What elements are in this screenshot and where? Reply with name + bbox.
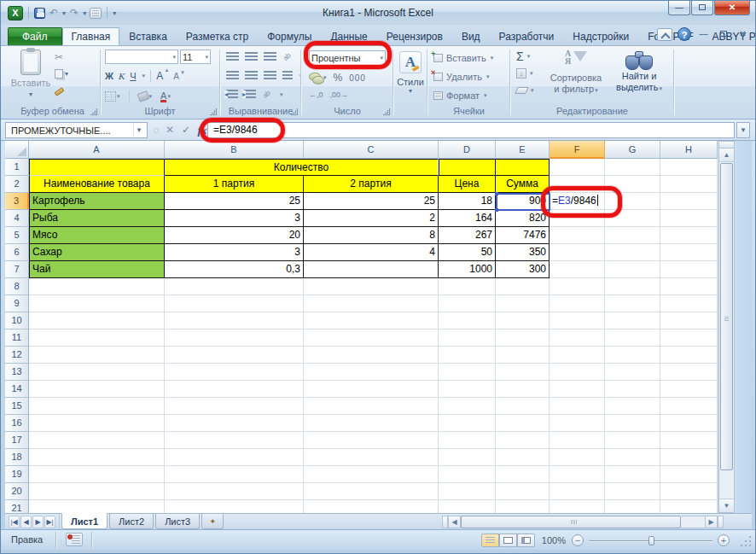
cell-d16[interactable]: [439, 415, 496, 432]
cell-f13[interactable]: [550, 364, 605, 381]
tab-review[interactable]: Рецензиров: [377, 27, 452, 45]
cell-d13[interactable]: [439, 364, 496, 381]
cell-h15[interactable]: [660, 398, 718, 415]
number-format-dropdown-icon[interactable]: ▾: [380, 55, 383, 61]
cell-e10[interactable]: [496, 312, 550, 329]
row-header-7[interactable]: 7: [5, 261, 29, 278]
row-header-2[interactable]: 2: [5, 176, 29, 193]
horizontal-split-handle-right[interactable]: [718, 516, 724, 528]
cell-a17[interactable]: [29, 432, 165, 449]
cell-d8[interactable]: [439, 278, 496, 295]
cell-g21[interactable]: [605, 500, 660, 513]
select-all-corner[interactable]: [5, 141, 29, 159]
cell-b20[interactable]: [165, 483, 304, 500]
cell-h17[interactable]: [660, 432, 718, 449]
cell-f19[interactable]: [550, 466, 605, 483]
cell-a13[interactable]: [29, 364, 165, 381]
cell-d17[interactable]: [439, 432, 496, 449]
dialog-launcher-icon[interactable]: [383, 108, 390, 115]
cell-h19[interactable]: [660, 466, 718, 483]
comma-style-button[interactable]: 000: [349, 73, 366, 83]
cell-c20[interactable]: [304, 483, 439, 500]
cell-b19[interactable]: [165, 466, 304, 483]
cell-d11[interactable]: [439, 329, 496, 347]
column-header-f-selected[interactable]: F: [550, 141, 605, 159]
cell-e21[interactable]: [496, 500, 550, 513]
cell-d5[interactable]: 267: [439, 227, 496, 244]
borders-dropdown-icon[interactable]: ▾: [117, 93, 120, 100]
merge-center-icon[interactable]: [282, 71, 293, 80]
row-header-15[interactable]: 15: [5, 398, 29, 415]
autosum-button[interactable]: Σ▾: [516, 50, 534, 62]
cell-h21[interactable]: [660, 500, 718, 513]
enter-formula-button[interactable]: ✓: [178, 123, 194, 138]
cell-f3-editing[interactable]: =E3/9846: [550, 193, 605, 210]
cell-g16[interactable]: [605, 415, 660, 432]
cell-a15[interactable]: [29, 398, 165, 415]
cell-d21[interactable]: [439, 500, 496, 513]
cell-a18[interactable]: [29, 449, 165, 466]
cell-d10[interactable]: [439, 312, 496, 329]
cell-e13[interactable]: [496, 364, 550, 381]
cell-b4[interactable]: 3: [165, 210, 304, 227]
cell-c17[interactable]: [304, 432, 439, 449]
cell-d9[interactable]: [439, 295, 496, 312]
cell-a1[interactable]: [29, 159, 165, 176]
cell-a2-name-title[interactable]: Наименование товара: [29, 176, 165, 193]
cell-f21[interactable]: [550, 500, 605, 513]
cell-f18[interactable]: [550, 449, 605, 466]
cell-e7[interactable]: 300: [496, 261, 550, 278]
cell-g11[interactable]: [605, 329, 660, 347]
cell-a3[interactable]: Картофель: [29, 193, 165, 210]
cell-c14[interactable]: [304, 381, 439, 398]
workbook-minimize-button[interactable]: —: [696, 28, 711, 41]
orientation-icon[interactable]: [282, 52, 294, 61]
row-header-12[interactable]: 12: [5, 347, 29, 364]
cell-a10[interactable]: [29, 312, 165, 329]
cell-b8[interactable]: [165, 278, 304, 295]
font-size-combo[interactable]: 11▾: [180, 50, 211, 64]
align-center-icon[interactable]: [245, 71, 258, 80]
column-header-e[interactable]: E: [496, 141, 550, 159]
row-header-1[interactable]: 1: [5, 159, 29, 176]
cell-f9[interactable]: [550, 295, 605, 312]
column-header-g[interactable]: G: [605, 141, 660, 159]
align-right-icon[interactable]: [264, 71, 276, 80]
cell-a8[interactable]: [29, 278, 165, 295]
styles-button[interactable]: А Стили ▾: [397, 50, 424, 111]
cell-c11[interactable]: [304, 329, 439, 347]
cell-g17[interactable]: [605, 432, 660, 449]
cell-g6[interactable]: [605, 244, 660, 261]
cell-g18[interactable]: [605, 449, 660, 466]
cell-g5[interactable]: [605, 227, 660, 244]
cell-f12[interactable]: [550, 347, 605, 364]
cell-e3[interactable]: 900: [496, 193, 550, 210]
delete-cells-button[interactable]: Удалить▾: [433, 72, 490, 82]
insert-cells-button[interactable]: Вставить▾: [433, 53, 493, 63]
cell-c7[interactable]: [304, 261, 439, 278]
cell-h12[interactable]: [660, 347, 718, 364]
cell-a6[interactable]: Сахар: [29, 244, 165, 261]
styles-dropdown-icon[interactable]: ▾: [397, 87, 424, 95]
cell-c5[interactable]: 8: [304, 227, 439, 244]
cell-c13[interactable]: [304, 364, 439, 381]
cell-d1[interactable]: [439, 159, 496, 176]
cell-b13[interactable]: [165, 364, 304, 381]
zoom-out-icon[interactable]: −: [572, 534, 584, 546]
page-layout-view-button[interactable]: [499, 534, 517, 547]
prev-sheet-icon[interactable]: ◀: [20, 516, 32, 528]
cell-g1[interactable]: [605, 159, 660, 176]
tab-developer[interactable]: Разработчи: [490, 27, 564, 45]
horizontal-scroll-track[interactable]: [681, 516, 705, 528]
normal-view-button[interactable]: [481, 534, 499, 547]
cell-a4[interactable]: Рыба: [29, 210, 165, 227]
cell-c10[interactable]: [304, 312, 439, 329]
row-header-10[interactable]: 10: [5, 312, 29, 329]
format-painter-button[interactable]: [55, 84, 68, 96]
cell-d18[interactable]: [439, 449, 496, 466]
workbook-restore-button[interactable]: [716, 28, 730, 41]
cell-c6[interactable]: 4: [304, 244, 439, 261]
scroll-right-icon[interactable]: ▶: [705, 516, 718, 528]
cell-a16[interactable]: [29, 415, 165, 432]
font-color-icon[interactable]: А: [160, 91, 166, 102]
